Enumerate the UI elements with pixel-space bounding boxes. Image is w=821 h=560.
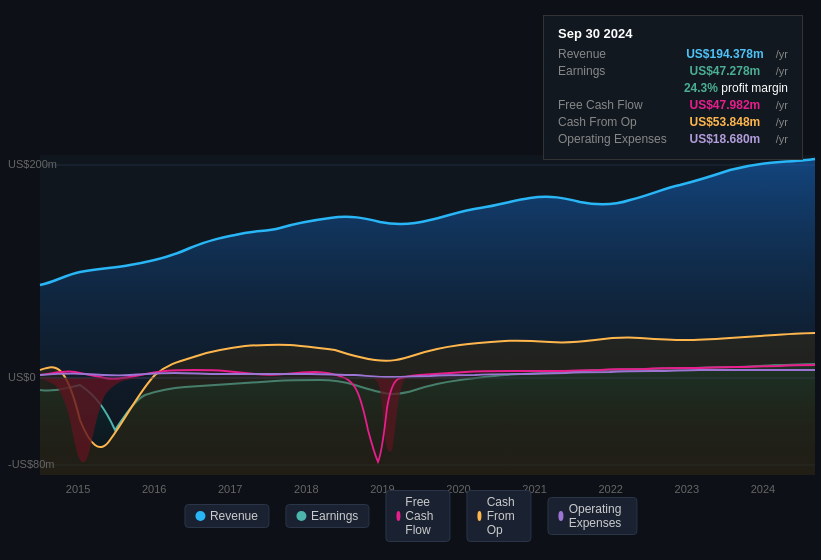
legend-opex[interactable]: Operating Expenses — [547, 497, 637, 535]
legend-opex-dot — [558, 511, 563, 521]
tooltip-earnings-value: US$47.278m — [690, 64, 761, 78]
tooltip-fcf-value: US$47.982m — [690, 98, 761, 112]
tooltip-opex-row: Operating Expenses US$18.680m /yr — [558, 132, 788, 146]
chart-container: US$200m US$0 -US$80m 2015 2016 2017 2018… — [0, 0, 821, 560]
tooltip-fcf-label: Free Cash Flow — [558, 98, 678, 112]
tooltip-opex-value: US$18.680m — [690, 132, 761, 146]
y-label-zero: US$0 — [8, 371, 36, 383]
y-label-top: US$200m — [8, 158, 57, 170]
tooltip-earnings-label: Earnings — [558, 64, 678, 78]
legend-cashop[interactable]: Cash From Op — [466, 490, 531, 542]
tooltip-revenue-label: Revenue — [558, 47, 678, 61]
tooltip-margin-label: profit margin — [718, 81, 788, 95]
legend-cashop-label: Cash From Op — [487, 495, 521, 537]
x-label-2015: 2015 — [66, 483, 90, 495]
tooltip-cashop-label: Cash From Op — [558, 115, 678, 129]
tooltip-revenue-row: Revenue US$194.378m /yr — [558, 47, 788, 61]
tooltip-fcf-unit: /yr — [776, 99, 788, 111]
tooltip-cashop-value: US$53.848m — [690, 115, 761, 129]
tooltip-margin-pct: 24.3% — [684, 81, 718, 95]
legend-opex-label: Operating Expenses — [569, 502, 626, 530]
tooltip-cashop-row: Cash From Op US$53.848m /yr — [558, 115, 788, 129]
legend-revenue-dot — [195, 511, 205, 521]
tooltip-opex-unit: /yr — [776, 133, 788, 145]
legend-revenue[interactable]: Revenue — [184, 504, 269, 528]
tooltip-box: Sep 30 2024 Revenue US$194.378m /yr Earn… — [543, 15, 803, 160]
legend-fcf[interactable]: Free Cash Flow — [385, 490, 450, 542]
tooltip-revenue-unit: /yr — [776, 48, 788, 60]
legend-fcf-dot — [396, 511, 400, 521]
tooltip-earnings-unit: /yr — [776, 65, 788, 77]
tooltip-date: Sep 30 2024 — [558, 26, 788, 41]
tooltip-revenue-value: US$194.378m — [686, 47, 763, 61]
y-label-bottom: -US$80m — [8, 458, 54, 470]
legend-earnings-label: Earnings — [311, 509, 358, 523]
tooltip-cashop-unit: /yr — [776, 116, 788, 128]
tooltip-margin-row: 24.3% profit margin — [558, 81, 788, 95]
tooltip-opex-label: Operating Expenses — [558, 132, 678, 146]
legend-revenue-label: Revenue — [210, 509, 258, 523]
tooltip-earnings-row: Earnings US$47.278m /yr — [558, 64, 788, 78]
legend-earnings-dot — [296, 511, 306, 521]
x-label-2016: 2016 — [142, 483, 166, 495]
tooltip-fcf-row: Free Cash Flow US$47.982m /yr — [558, 98, 788, 112]
legend-cashop-dot — [477, 511, 481, 521]
x-label-2023: 2023 — [675, 483, 699, 495]
legend-fcf-label: Free Cash Flow — [405, 495, 439, 537]
legend-earnings[interactable]: Earnings — [285, 504, 369, 528]
chart-legend: Revenue Earnings Free Cash Flow Cash Fro… — [184, 490, 637, 542]
x-label-2024: 2024 — [751, 483, 775, 495]
